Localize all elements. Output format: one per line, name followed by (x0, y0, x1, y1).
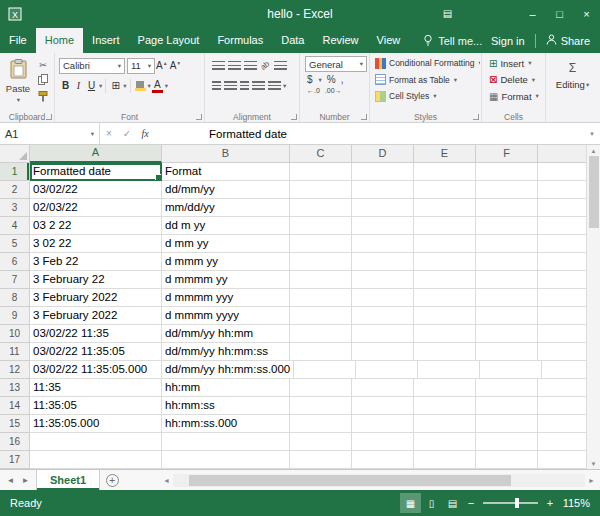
align-middle-button[interactable] (228, 61, 241, 71)
row-header-12[interactable]: 12 (0, 361, 30, 379)
cell-A5[interactable]: 3 02 22 (30, 235, 162, 253)
row-header-8[interactable]: 8 (0, 289, 30, 307)
cell-B7[interactable]: d mmmm yy (162, 271, 290, 289)
cell-E14[interactable] (414, 397, 476, 415)
previous-sheet-icon[interactable]: ◄ (7, 476, 15, 485)
zoom-slider-thumb[interactable] (515, 498, 519, 508)
cell-A7[interactable]: 3 February 22 (30, 271, 162, 289)
cell-F2[interactable] (476, 181, 538, 199)
tell-me-box[interactable]: Tell me... (423, 28, 482, 53)
cell-C9[interactable] (290, 307, 352, 325)
editing-group[interactable]: Σ Editing▾ (546, 53, 598, 122)
align-left-button[interactable] (212, 81, 221, 91)
cell-A15[interactable]: 11:35:05.000 (30, 415, 162, 433)
scroll-down-icon[interactable]: ▼ (591, 458, 597, 469)
cell-B2[interactable]: dd/mm/yy (162, 181, 290, 199)
cell-A10[interactable]: 03/02/22 11:35 (30, 325, 162, 343)
orientation-button[interactable]: ab (257, 58, 274, 74)
conditional-formatting-button[interactable]: Conditional Formatting ▾ (372, 55, 480, 72)
cell-F14[interactable] (476, 397, 538, 415)
fill-color-button[interactable] (134, 80, 147, 91)
italic-button[interactable]: I (72, 80, 85, 91)
cell-B15[interactable]: hh:mm:ss.000 (162, 415, 290, 433)
percent-style-button[interactable]: % (327, 74, 336, 85)
cell-A1[interactable]: Formatted date (30, 163, 162, 181)
delete-cells-button[interactable]: ⊠ Delete ▾ (484, 72, 544, 89)
row-header-16[interactable]: 16 (0, 433, 30, 451)
cell-C11[interactable] (290, 343, 352, 361)
comma-style-button[interactable]: , (341, 74, 344, 85)
cell-E7[interactable] (414, 271, 476, 289)
cell-B3[interactable]: mm/dd/yy (162, 199, 290, 217)
cell-E11[interactable] (414, 343, 476, 361)
cell-E16[interactable] (414, 433, 476, 451)
paste-button[interactable]: Paste ▾ (2, 55, 34, 111)
cell-D11[interactable] (352, 343, 414, 361)
merge-center-button[interactable]: ▾ (283, 82, 286, 90)
cell-E15[interactable] (414, 415, 476, 433)
ribbon-tab-file[interactable]: File (0, 28, 36, 53)
dialog-launcher-icon[interactable] (291, 114, 297, 120)
column-header-E[interactable]: E (414, 145, 476, 163)
insert-function-button[interactable]: fx (136, 123, 154, 144)
zoom-slider[interactable] (483, 502, 538, 504)
decrease-decimal-button[interactable]: .00→ (325, 87, 342, 94)
dialog-launcher-icon[interactable] (473, 114, 479, 120)
cell-F17[interactable] (476, 451, 538, 469)
cell-D6[interactable] (352, 253, 414, 271)
ribbon-tab-insert[interactable]: Insert (83, 28, 129, 53)
cell-F16[interactable] (476, 433, 538, 451)
font-color-button[interactable]: A (151, 79, 164, 93)
cell-F1[interactable] (476, 163, 538, 181)
cell-E2[interactable] (414, 181, 476, 199)
horizontal-scrollbar-thumb[interactable] (189, 475, 510, 486)
align-right-button[interactable] (240, 81, 249, 91)
cell-E1[interactable] (414, 163, 476, 181)
cell-D2[interactable] (352, 181, 414, 199)
row-header-1[interactable]: 1 (0, 163, 30, 181)
cell-B9[interactable]: d mmmm yyyy (162, 307, 290, 325)
formula-input[interactable]: Formatted date (154, 123, 584, 144)
number-format-select[interactable]: General▾ (305, 56, 367, 72)
cancel-entry-button[interactable]: × (100, 123, 118, 144)
row-header-5[interactable]: 5 (0, 235, 30, 253)
cell-A14[interactable]: 11:35:05 (30, 397, 162, 415)
align-center-button[interactable] (224, 81, 237, 91)
row-header-4[interactable]: 4 (0, 217, 30, 235)
cell-D13[interactable] (352, 379, 414, 397)
align-top-button[interactable] (212, 61, 225, 71)
cell-F9[interactable] (476, 307, 538, 325)
cell-E9[interactable] (414, 307, 476, 325)
cell-D9[interactable] (352, 307, 414, 325)
cell-styles-button[interactable]: Cell Styles ▾ (372, 88, 480, 105)
scroll-left-icon[interactable]: ◄ (160, 477, 173, 484)
ribbon-tab-data[interactable]: Data (272, 28, 313, 53)
vertical-scrollbar[interactable]: ▲ ▼ (586, 145, 600, 469)
align-bottom-button[interactable] (244, 61, 257, 71)
cell-F4[interactable] (476, 217, 538, 235)
cell-C17[interactable] (290, 451, 352, 469)
font-name-select[interactable]: Calibri▾ (59, 58, 125, 74)
cell-F3[interactable] (476, 199, 538, 217)
ribbon-tab-view[interactable]: View (368, 28, 410, 53)
accounting-format-button[interactable]: $ (307, 74, 313, 85)
cell-B17[interactable] (162, 451, 290, 469)
cell-F6[interactable] (476, 253, 538, 271)
ribbon-tab-home[interactable]: Home (36, 28, 83, 53)
increase-indent-button[interactable] (268, 81, 281, 91)
cell-B8[interactable]: d mmmm yyy (162, 289, 290, 307)
wrap-text-button[interactable] (274, 61, 287, 71)
row-header-6[interactable]: 6 (0, 253, 30, 271)
close-button[interactable]: × (573, 0, 600, 28)
cell-C2[interactable] (290, 181, 352, 199)
cell-C4[interactable] (290, 217, 352, 235)
page-layout-view-button[interactable]: ▯ (421, 493, 442, 513)
next-sheet-icon[interactable]: ► (22, 476, 30, 485)
cell-E8[interactable] (414, 289, 476, 307)
cell-F5[interactable] (476, 235, 538, 253)
format-cells-button[interactable]: ▦ Format ▾ (484, 88, 544, 105)
cell-D1[interactable] (352, 163, 414, 181)
cell-C13[interactable] (290, 379, 352, 397)
cell-A17[interactable] (30, 451, 162, 469)
cell-B11[interactable]: dd/mm/yy hh:mm:ss (162, 343, 290, 361)
